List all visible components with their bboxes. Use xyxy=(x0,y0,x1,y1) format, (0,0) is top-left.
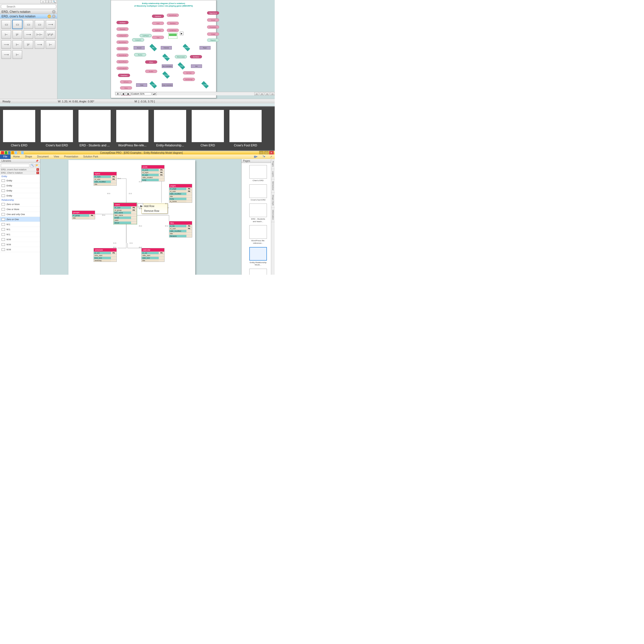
search-icon[interactable]: 🔍 xyxy=(52,0,57,3)
erd-table[interactable]: pagesid_pagePKid_userFKdate_modifiedtitl… xyxy=(169,184,192,203)
library-item[interactable]: One and only One xyxy=(0,212,40,217)
library-item[interactable]: Entity xyxy=(0,193,40,198)
close-icon[interactable]: × xyxy=(52,15,56,18)
erd-attribute[interactable]: RegionName xyxy=(207,11,219,15)
erd-attribute[interactable]: ItemDamage xyxy=(183,78,195,81)
shape-stencil[interactable]: ⊢ xyxy=(2,30,11,39)
erd-attribute[interactable]: PlayersIn xyxy=(207,38,219,42)
shape-stencil[interactable]: ▭ xyxy=(24,20,33,29)
shape-stencil[interactable]: ⟶ xyxy=(2,50,11,59)
erd-relationship[interactable]: Carrying xyxy=(162,71,170,79)
erd-relationship[interactable]: IsType xyxy=(149,81,157,89)
print-icon[interactable] xyxy=(21,151,24,154)
side-tab[interactable]: Pages xyxy=(271,159,275,169)
save-icon[interactable] xyxy=(5,151,7,154)
erd-attribute[interactable]: Foliage xyxy=(207,32,219,36)
shape-stencil[interactable]: ⊬⊬ xyxy=(46,30,55,39)
erd-attribute[interactable]: SbscrbrEmail xyxy=(116,54,129,57)
minimize-button[interactable]: — xyxy=(259,151,264,154)
side-tab[interactable]: Shape Style xyxy=(271,193,275,208)
redo-icon[interactable] xyxy=(11,151,14,154)
erd-attribute[interactable]: Climate xyxy=(207,18,219,22)
thumbnail[interactable]: Chen's ERD xyxy=(3,110,35,147)
erd-attribute[interactable]: CharName xyxy=(152,15,164,18)
ribbon-tab[interactable]: Presentation xyxy=(62,155,81,158)
erd-attribute[interactable]: Password xyxy=(116,27,129,31)
erd-attribute[interactable]: ExpPoints xyxy=(152,29,164,32)
erd-table[interactable]: usersid_userPKid_groupFKfirst_namefam_na… xyxy=(114,203,137,224)
zoom-input[interactable] xyxy=(131,92,151,95)
play-button[interactable]: ▶ xyxy=(180,32,183,35)
erd-relationship[interactable]: Carrying xyxy=(162,54,170,61)
erd-attribute[interactable]: MaxHitPoints xyxy=(167,14,179,17)
erd-attribute[interactable]: SbscrbrAddress xyxy=(116,47,129,50)
thumbnail[interactable]: Crow's Foot ERD xyxy=(229,110,262,147)
erd-table[interactable]: postsid_postPKid_topicFKid_userFKdate_cr… xyxy=(141,165,165,181)
menu-remove-row[interactable]: Remove Row xyxy=(142,209,167,213)
erd-entity[interactable]: Creep Instantiation xyxy=(162,83,173,87)
doc-icon[interactable]: ▦▾ xyxy=(251,155,260,158)
folder-icon[interactable]: 📂 xyxy=(35,164,39,167)
side-tab[interactable]: Layers xyxy=(271,169,275,179)
next-icon[interactable]: ▶ xyxy=(126,92,131,95)
maximize-button[interactable]: ▢ xyxy=(264,151,269,154)
open-icon[interactable] xyxy=(18,151,20,154)
page-thumbnail[interactable]: Crow's foot ERD xyxy=(249,184,267,201)
shape-stencil[interactable]: ⊢ xyxy=(13,40,22,49)
stepper-icon[interactable]: ▴▾ xyxy=(152,92,157,95)
thumbnail[interactable]: WordPress file-refe... xyxy=(116,110,148,147)
shape-stencil[interactable]: ⊢ xyxy=(13,50,22,59)
page-thumbnail[interactable]: Chen's ERD xyxy=(249,165,267,182)
erd-attribute[interactable]: HitPoints xyxy=(120,80,132,84)
close-button[interactable]: ✕ xyxy=(269,151,274,154)
erd-attribute[interactable]: AcctCreatedOn xyxy=(116,67,129,70)
ribbon-tab[interactable]: Solution Park xyxy=(81,155,101,158)
thumbnail[interactable]: Chen ERD xyxy=(192,110,224,147)
file-tab[interactable]: File xyxy=(0,154,11,159)
prev-icon[interactable]: ◀ xyxy=(121,92,125,95)
library-item[interactable]: M:1 xyxy=(0,232,40,237)
erd-attribute[interactable]: Level xyxy=(152,22,164,25)
erd-attribute[interactable]: LastSignedOn xyxy=(116,34,129,37)
erd-entity[interactable]: Item Instantiation xyxy=(162,64,173,68)
side-tab[interactable]: Behaviour xyxy=(271,179,275,193)
library-item[interactable]: M:M xyxy=(0,247,40,252)
help-icon[interactable]: ?▾ xyxy=(260,155,268,158)
erd-attribute[interactable]: ItemType xyxy=(183,71,195,74)
pause-icon[interactable]: ⏸ xyxy=(115,92,120,95)
play-button[interactable]: ▶ xyxy=(138,203,143,207)
lib-row[interactable]: ERD, crow's foot notation× xyxy=(0,168,40,171)
ribbon-tab[interactable]: Home xyxy=(11,155,22,158)
library-item[interactable]: Entity xyxy=(0,188,40,193)
erd-table[interactable]: filesid_filePKid_userFKdate_modifiedtitl… xyxy=(169,221,192,237)
page-thumbnail[interactable]: WordPress file-reference... xyxy=(249,225,267,244)
erd-attribute[interactable]: CreepName xyxy=(118,74,130,77)
shape-stencil[interactable]: ⟶ xyxy=(35,40,44,49)
thumbnail[interactable]: Entity-Relationship... xyxy=(154,110,186,147)
lib-row[interactable]: ERD, Chen's notation× xyxy=(0,171,40,175)
erd-entity[interactable]: Region xyxy=(199,46,211,50)
shape-stencil[interactable]: ⊬ xyxy=(13,30,22,39)
library-item[interactable]: Entity xyxy=(0,178,40,183)
ribbon-tab[interactable]: View xyxy=(51,155,62,158)
shape-stencil[interactable]: ⟶ xyxy=(24,30,33,39)
page-thumbnail[interactable]: Entity-Relationship Mode... xyxy=(249,247,267,266)
page-thumbnail[interactable]: ERD - Students and teach... xyxy=(249,204,267,223)
menu-add-row[interactable]: Add Row xyxy=(142,204,167,209)
shape-stencil[interactable]: ⊢ xyxy=(46,40,55,49)
lib-crows-header[interactable]: ERD, crow's foot notation▭× xyxy=(0,14,57,19)
erd-attribute[interactable]: LastPlayed xyxy=(140,34,152,37)
library-item[interactable]: M:1 xyxy=(0,222,40,227)
erd-relationship[interactable]: Contains xyxy=(183,44,190,51)
erd-entity[interactable]: Account xyxy=(134,46,145,50)
list-icon[interactable]: ≡ xyxy=(41,0,46,3)
erd-relationship[interactable]: Has xyxy=(149,44,157,51)
library-item[interactable]: One or More xyxy=(0,207,40,212)
library-item[interactable]: Zero or More xyxy=(0,202,40,207)
erd-table[interactable]: topicsid_topicPKid_userFKdate_modifiedti… xyxy=(94,172,117,186)
erd-relationship[interactable]: IsType xyxy=(178,62,185,70)
grid-icon[interactable]: ☰ xyxy=(46,0,51,3)
page-thumbnail[interactable]: Chen ERD xyxy=(249,269,267,275)
library-item[interactable]: M:M xyxy=(0,237,40,242)
erd-entity[interactable]: Character xyxy=(161,46,172,50)
